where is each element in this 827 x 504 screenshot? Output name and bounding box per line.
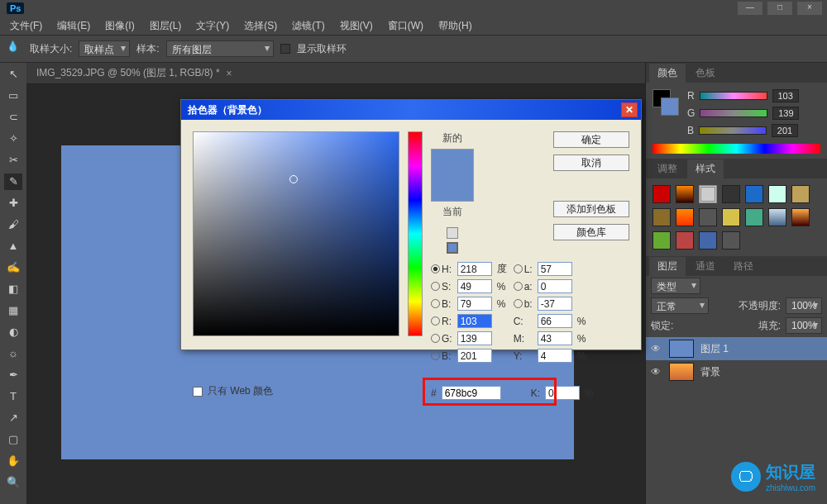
dialog-title-bar[interactable]: 拾色器（背景色） ✕ <box>181 100 641 120</box>
tab-channels[interactable]: 通道 <box>687 257 724 276</box>
h-radio[interactable] <box>431 264 440 273</box>
b-input[interactable] <box>772 124 798 137</box>
bb-input[interactable] <box>457 297 492 311</box>
window-minimize[interactable]: — <box>738 2 762 15</box>
tab-swatches[interactable]: 色板 <box>687 64 724 83</box>
layer-row[interactable]: 👁 图层 1 <box>646 337 827 360</box>
g-radio[interactable] <box>431 334 440 343</box>
bb-radio[interactable] <box>431 299 440 308</box>
blend-mode-select[interactable]: 正常 <box>651 297 709 314</box>
ok-button[interactable]: 确定 <box>553 131 629 148</box>
b-slider[interactable] <box>699 126 767 135</box>
gradient-tool[interactable]: ▦ <box>4 302 22 319</box>
layer-filter-select[interactable]: 类型 <box>651 278 700 294</box>
menu-view[interactable]: 视图(V) <box>340 19 373 33</box>
r-slider[interactable] <box>700 92 767 100</box>
shape-tool[interactable]: ▢ <box>4 431 22 448</box>
tab-paths[interactable]: 路径 <box>725 257 762 276</box>
menu-window[interactable]: 窗口(W) <box>388 19 423 33</box>
visibility-icon[interactable]: 👁 <box>651 366 662 378</box>
s-radio[interactable] <box>431 282 440 291</box>
close-tab-icon[interactable]: × <box>227 68 232 79</box>
menu-select[interactable]: 选择(S) <box>244 19 277 33</box>
lb-input[interactable] <box>538 297 572 311</box>
style-swatch[interactable] <box>676 231 694 250</box>
menu-filter[interactable]: 滤镜(T) <box>292 19 324 33</box>
wand-tool[interactable]: ✧ <box>4 131 22 147</box>
g-input[interactable] <box>772 107 799 120</box>
tab-color[interactable]: 颜色 <box>649 64 686 83</box>
sample-size-select[interactable]: 取样点 <box>79 40 130 57</box>
layer-name[interactable]: 图层 1 <box>700 342 729 356</box>
main-menu[interactable]: 文件(F) 编辑(E) 图像(I) 图层(L) 文字(Y) 选择(S) 滤镜(T… <box>0 17 827 35</box>
blur-tool[interactable]: ◐ <box>4 324 22 340</box>
r-radio[interactable] <box>431 316 440 326</box>
history-brush[interactable]: ✍ <box>4 259 22 276</box>
style-swatch[interactable] <box>699 231 717 250</box>
l-input[interactable] <box>538 262 572 276</box>
hand-tool[interactable]: ✋ <box>4 453 22 469</box>
add-swatch-button[interactable]: 添加到色板 <box>553 201 629 217</box>
menu-edit[interactable]: 编辑(E) <box>57 19 90 33</box>
fg-bg-swatches[interactable] <box>653 89 679 116</box>
hue-slider[interactable] <box>408 131 423 336</box>
web-only-checkbox[interactable] <box>193 387 203 397</box>
r-input[interactable] <box>457 314 492 328</box>
dialog-close-button[interactable]: ✕ <box>621 102 638 117</box>
a-input[interactable] <box>538 279 572 293</box>
g-slider[interactable] <box>700 109 767 117</box>
websafe-swatch[interactable] <box>447 242 458 254</box>
style-swatch[interactable] <box>768 208 786 226</box>
window-close[interactable]: × <box>797 2 822 15</box>
menu-type[interactable]: 文字(Y) <box>196 19 229 33</box>
style-swatch[interactable] <box>768 185 786 203</box>
r-input[interactable] <box>772 89 799 102</box>
style-swatch[interactable] <box>745 208 763 226</box>
color-libs-button[interactable]: 颜色库 <box>553 224 629 240</box>
style-swatch[interactable] <box>791 185 810 203</box>
eyedropper-tool[interactable]: ✎ <box>4 174 22 190</box>
menu-layer[interactable]: 图层(L) <box>150 19 182 33</box>
path-tool[interactable]: ↗ <box>4 410 22 426</box>
style-swatch[interactable] <box>722 231 740 250</box>
crop-tool[interactable]: ✂ <box>4 152 22 169</box>
g-input[interactable] <box>457 331 492 345</box>
lb-radio[interactable] <box>514 299 523 308</box>
layer-name[interactable]: 背景 <box>700 365 720 379</box>
style-swatch[interactable] <box>699 185 717 203</box>
marquee-tool[interactable]: ▭ <box>4 88 22 104</box>
bl-input[interactable] <box>457 349 492 363</box>
bl-radio[interactable] <box>431 351 440 360</box>
layer-row[interactable]: 👁 背景 <box>646 360 827 383</box>
lasso-tool[interactable]: ⊂ <box>4 109 22 126</box>
layer-thumbnail[interactable] <box>669 363 694 381</box>
c-input[interactable] <box>538 314 572 328</box>
k-input[interactable] <box>545 386 580 400</box>
cube-icon[interactable] <box>447 227 458 239</box>
saturation-box[interactable] <box>193 131 399 336</box>
opacity-input[interactable]: 100% <box>786 297 822 314</box>
document-tab[interactable]: IMG_3529.JPG @ 50% (图层 1, RGB/8) * × <box>26 63 645 84</box>
style-swatch[interactable] <box>722 185 740 203</box>
type-tool[interactable]: T <box>4 388 22 405</box>
h-input[interactable] <box>457 262 492 276</box>
style-swatch[interactable] <box>699 208 717 226</box>
menu-file[interactable]: 文件(F) <box>10 19 42 33</box>
dodge-tool[interactable]: ☼ <box>4 345 22 362</box>
layer-thumbnail[interactable] <box>669 340 694 358</box>
hex-input[interactable] <box>442 386 501 400</box>
l-radio[interactable] <box>514 264 523 273</box>
tab-adjustments[interactable]: 调整 <box>649 159 686 178</box>
move-tool[interactable]: ↖ <box>4 66 22 83</box>
s-input[interactable] <box>457 279 492 293</box>
window-maximize[interactable]: □ <box>767 2 792 15</box>
sample-layers-select[interactable]: 所有图层 <box>166 40 274 57</box>
m-input[interactable] <box>538 331 572 345</box>
style-swatch[interactable] <box>676 208 694 226</box>
pen-tool[interactable]: ✒ <box>4 367 22 383</box>
style-swatch[interactable] <box>653 185 671 203</box>
tab-layers[interactable]: 图层 <box>649 257 686 276</box>
style-swatch[interactable] <box>791 208 810 226</box>
cancel-button[interactable]: 取消 <box>553 155 629 171</box>
a-radio[interactable] <box>514 282 523 291</box>
